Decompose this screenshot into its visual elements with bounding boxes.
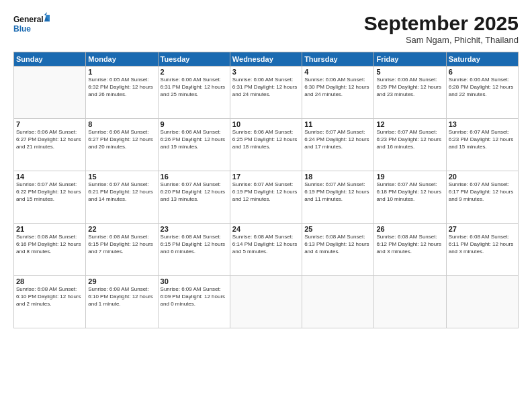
day-info: Sunrise: 6:07 AM Sunset: 6:19 PM Dayligh… <box>304 181 371 203</box>
day-number: 15 <box>88 173 155 181</box>
day-info: Sunrise: 6:07 AM Sunset: 6:21 PM Dayligh… <box>88 181 155 203</box>
day-info: Sunrise: 6:09 AM Sunset: 6:09 PM Dayligh… <box>161 286 228 308</box>
calendar-cell: 19Sunrise: 6:07 AM Sunset: 6:18 PM Dayli… <box>374 171 446 224</box>
day-info: Sunrise: 6:06 AM Sunset: 6:28 PM Dayligh… <box>449 77 516 98</box>
calendar-cell: 2Sunrise: 6:06 AM Sunset: 6:31 PM Daylig… <box>158 66 230 119</box>
day-number: 3 <box>232 68 300 76</box>
day-number: 7 <box>16 120 83 128</box>
logo: General Blue <box>13 12 50 38</box>
week-row-2: 7Sunrise: 6:06 AM Sunset: 6:27 PM Daylig… <box>14 119 519 171</box>
day-info: Sunrise: 6:06 AM Sunset: 6:25 PM Dayligh… <box>232 129 300 150</box>
day-number: 6 <box>449 68 516 76</box>
header-saturday: Saturday <box>446 52 518 66</box>
header-friday: Friday <box>374 52 446 66</box>
calendar-cell <box>14 66 86 119</box>
day-number: 4 <box>304 68 371 76</box>
page: General Blue September 2025 Sam Ngam, Ph… <box>0 0 532 411</box>
day-info: Sunrise: 6:06 AM Sunset: 6:27 PM Dayligh… <box>88 129 155 150</box>
calendar-cell: 29Sunrise: 6:08 AM Sunset: 6:10 PM Dayli… <box>86 276 158 328</box>
day-number: 24 <box>232 225 300 233</box>
day-number: 26 <box>376 225 443 233</box>
calendar-cell <box>446 276 518 328</box>
day-number: 10 <box>232 120 300 128</box>
header-monday: Monday <box>86 52 158 66</box>
week-row-4: 21Sunrise: 6:08 AM Sunset: 6:16 PM Dayli… <box>14 224 519 276</box>
calendar-cell: 8Sunrise: 6:06 AM Sunset: 6:27 PM Daylig… <box>86 119 158 171</box>
calendar-cell: 22Sunrise: 6:08 AM Sunset: 6:15 PM Dayli… <box>86 224 158 276</box>
day-info: Sunrise: 6:06 AM Sunset: 6:30 PM Dayligh… <box>304 77 371 98</box>
calendar-cell: 14Sunrise: 6:07 AM Sunset: 6:22 PM Dayli… <box>14 171 86 224</box>
calendar-cell: 13Sunrise: 6:07 AM Sunset: 6:23 PM Dayli… <box>446 119 518 171</box>
logo-svg: General Blue <box>13 12 50 38</box>
location: Sam Ngam, Phichit, Thailand <box>364 35 519 45</box>
calendar-body: 1Sunrise: 6:05 AM Sunset: 6:32 PM Daylig… <box>14 66 519 328</box>
title-area: September 2025 Sam Ngam, Phichit, Thaila… <box>364 12 519 45</box>
day-number: 16 <box>161 173 228 181</box>
day-info: Sunrise: 6:08 AM Sunset: 6:13 PM Dayligh… <box>304 234 371 255</box>
day-info: Sunrise: 6:07 AM Sunset: 6:22 PM Dayligh… <box>16 181 83 203</box>
day-info: Sunrise: 6:08 AM Sunset: 6:15 PM Dayligh… <box>161 234 228 255</box>
header-sunday: Sunday <box>14 52 86 66</box>
day-info: Sunrise: 6:07 AM Sunset: 6:17 PM Dayligh… <box>449 181 516 203</box>
day-number: 12 <box>376 120 443 128</box>
week-row-3: 14Sunrise: 6:07 AM Sunset: 6:22 PM Dayli… <box>14 171 519 224</box>
day-number: 23 <box>161 225 228 233</box>
calendar-table: Sunday Monday Tuesday Wednesday Thursday… <box>13 52 519 328</box>
calendar-cell: 27Sunrise: 6:08 AM Sunset: 6:11 PM Dayli… <box>446 224 518 276</box>
day-info: Sunrise: 6:07 AM Sunset: 6:24 PM Dayligh… <box>304 129 371 150</box>
weekday-header-row: Sunday Monday Tuesday Wednesday Thursday… <box>14 52 519 66</box>
day-number: 8 <box>88 120 155 128</box>
header-thursday: Thursday <box>302 52 374 66</box>
calendar-cell: 4Sunrise: 6:06 AM Sunset: 6:30 PM Daylig… <box>302 66 374 119</box>
day-info: Sunrise: 6:08 AM Sunset: 6:11 PM Dayligh… <box>449 234 516 255</box>
day-number: 20 <box>449 173 516 181</box>
calendar-cell: 11Sunrise: 6:07 AM Sunset: 6:24 PM Dayli… <box>302 119 374 171</box>
day-number: 25 <box>304 225 371 233</box>
calendar-cell: 18Sunrise: 6:07 AM Sunset: 6:19 PM Dayli… <box>302 171 374 224</box>
day-info: Sunrise: 6:08 AM Sunset: 6:10 PM Dayligh… <box>88 286 155 308</box>
calendar-cell: 3Sunrise: 6:06 AM Sunset: 6:31 PM Daylig… <box>230 66 302 119</box>
day-info: Sunrise: 6:08 AM Sunset: 6:14 PM Dayligh… <box>232 234 300 255</box>
day-info: Sunrise: 6:07 AM Sunset: 6:20 PM Dayligh… <box>161 181 228 203</box>
calendar-cell: 24Sunrise: 6:08 AM Sunset: 6:14 PM Dayli… <box>230 224 302 276</box>
week-row-5: 28Sunrise: 6:08 AM Sunset: 6:10 PM Dayli… <box>14 276 519 328</box>
week-row-1: 1Sunrise: 6:05 AM Sunset: 6:32 PM Daylig… <box>14 66 519 119</box>
calendar-cell: 17Sunrise: 6:07 AM Sunset: 6:19 PM Dayli… <box>230 171 302 224</box>
day-number: 14 <box>16 173 83 181</box>
svg-text:Blue: Blue <box>13 24 31 34</box>
day-info: Sunrise: 6:06 AM Sunset: 6:27 PM Dayligh… <box>16 129 83 150</box>
calendar-cell: 16Sunrise: 6:07 AM Sunset: 6:20 PM Dayli… <box>158 171 230 224</box>
day-number: 11 <box>304 120 371 128</box>
day-info: Sunrise: 6:06 AM Sunset: 6:31 PM Dayligh… <box>232 77 300 98</box>
day-number: 1 <box>88 68 155 76</box>
day-number: 27 <box>449 225 516 233</box>
day-info: Sunrise: 6:07 AM Sunset: 6:23 PM Dayligh… <box>376 129 443 150</box>
day-number: 28 <box>16 277 83 285</box>
day-number: 22 <box>88 225 155 233</box>
day-number: 2 <box>161 68 228 76</box>
day-info: Sunrise: 6:06 AM Sunset: 6:26 PM Dayligh… <box>161 129 228 150</box>
calendar-cell: 7Sunrise: 6:06 AM Sunset: 6:27 PM Daylig… <box>14 119 86 171</box>
day-info: Sunrise: 6:07 AM Sunset: 6:23 PM Dayligh… <box>449 129 516 150</box>
day-number: 18 <box>304 173 371 181</box>
header-tuesday: Tuesday <box>158 52 230 66</box>
day-info: Sunrise: 6:08 AM Sunset: 6:16 PM Dayligh… <box>16 234 83 255</box>
day-info: Sunrise: 6:07 AM Sunset: 6:18 PM Dayligh… <box>376 181 443 203</box>
day-info: Sunrise: 6:05 AM Sunset: 6:32 PM Dayligh… <box>88 77 155 98</box>
day-info: Sunrise: 6:08 AM Sunset: 6:15 PM Dayligh… <box>88 234 155 255</box>
day-info: Sunrise: 6:07 AM Sunset: 6:19 PM Dayligh… <box>232 181 300 203</box>
day-number: 30 <box>161 277 228 285</box>
calendar-cell <box>302 276 374 328</box>
calendar-cell: 28Sunrise: 6:08 AM Sunset: 6:10 PM Dayli… <box>14 276 86 328</box>
day-info: Sunrise: 6:08 AM Sunset: 6:10 PM Dayligh… <box>16 286 83 308</box>
calendar-cell: 20Sunrise: 6:07 AM Sunset: 6:17 PM Dayli… <box>446 171 518 224</box>
header-wednesday: Wednesday <box>230 52 302 66</box>
header: General Blue September 2025 Sam Ngam, Ph… <box>13 12 519 45</box>
calendar-cell: 12Sunrise: 6:07 AM Sunset: 6:23 PM Dayli… <box>374 119 446 171</box>
day-info: Sunrise: 6:08 AM Sunset: 6:12 PM Dayligh… <box>376 234 443 255</box>
day-number: 13 <box>449 120 516 128</box>
calendar-cell: 9Sunrise: 6:06 AM Sunset: 6:26 PM Daylig… <box>158 119 230 171</box>
calendar-cell <box>230 276 302 328</box>
svg-text:General: General <box>13 15 44 24</box>
day-number: 17 <box>232 173 300 181</box>
